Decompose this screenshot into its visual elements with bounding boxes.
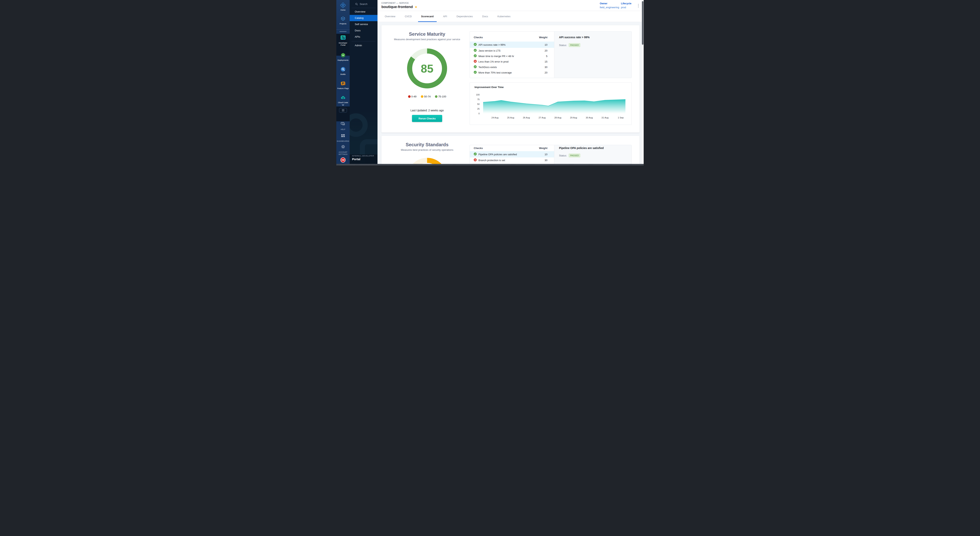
check-weight: 10 bbox=[545, 153, 547, 156]
y-tick-label: 0 bbox=[479, 112, 480, 115]
module-rail: HomeProjectsDeveloper Portal∞Deployments… bbox=[336, 0, 350, 165]
check-row[interactable]: Mean time to merge PR < 48 hr5 bbox=[470, 53, 554, 59]
tab-scorecard[interactable]: Scorecard bbox=[418, 11, 437, 22]
legend-dot bbox=[435, 95, 438, 98]
feature-flags-icon bbox=[336, 81, 350, 87]
sidebar-footer-eyebrow: INTERNAL DEVELOPER bbox=[352, 155, 374, 157]
tab-overview[interactable]: Overview bbox=[382, 11, 398, 22]
sidebar-item-overview[interactable]: Overview bbox=[350, 9, 377, 15]
search-placeholder: Search bbox=[360, 3, 368, 5]
module-config-button[interactable] bbox=[339, 108, 347, 113]
check-name: Pipeline OPA policies are satisfied bbox=[479, 153, 545, 156]
lifecycle-value[interactable]: prod bbox=[621, 6, 632, 9]
kebab-menu-icon[interactable] bbox=[636, 3, 641, 8]
deployments-pipeline-icon: ∞ bbox=[336, 52, 350, 59]
check-detail-title: Pipeline OPA policies are satisfied bbox=[559, 146, 604, 150]
x-tick-label: 25 Aug bbox=[507, 116, 514, 119]
breadcrumb: COMPONENT — SERVICE bbox=[382, 2, 409, 4]
last-updated-text: Last Updated: 2 weeks ago bbox=[382, 109, 473, 112]
y-tick-label: 75 bbox=[477, 98, 480, 100]
sidebar-item-catalog[interactable]: Catalog bbox=[350, 15, 377, 21]
weight-column-header: Weight bbox=[539, 36, 547, 39]
check-weight: 15 bbox=[545, 60, 547, 63]
legend-dot bbox=[421, 95, 423, 98]
check-row[interactable]: Less than 1% error in prod15 bbox=[470, 59, 554, 64]
developer-portal-icon bbox=[336, 35, 350, 41]
svg-text:∞: ∞ bbox=[342, 54, 344, 57]
checks-panel: Checks Weight API success rate > 99%10Ja… bbox=[469, 31, 632, 78]
search-input[interactable]: Search bbox=[350, 2, 377, 7]
tab-kubernetes[interactable]: Kubernetes bbox=[494, 11, 514, 22]
tab-ci-cd[interactable]: CI/CD bbox=[402, 11, 415, 22]
check-weight: 10 bbox=[545, 43, 547, 46]
check-passed-icon bbox=[474, 54, 477, 58]
check-name: Mean time to merge PR < 48 hr bbox=[479, 55, 546, 58]
check-weight: 20 bbox=[545, 49, 547, 52]
scrollbar-thumb[interactable] bbox=[642, 1, 643, 45]
owner-meta: Owner field_engineering bbox=[600, 2, 619, 9]
rail-drag-handle[interactable] bbox=[339, 31, 347, 32]
rail-footer-account-settings[interactable]: ACCOUNT SETTINGS bbox=[336, 145, 350, 156]
scorecard-subtitle: Measures best practices of security oper… bbox=[382, 148, 473, 151]
check-row[interactable]: More than 70% test coverage20 bbox=[470, 70, 554, 75]
check-passed-icon bbox=[474, 43, 477, 47]
check-row[interactable]: TechDocs exists30 bbox=[470, 64, 554, 70]
check-row[interactable]: Pipeline OPA policies are satisfied10 bbox=[470, 151, 554, 157]
check-weight: 30 bbox=[545, 159, 547, 162]
favorite-star-icon[interactable]: ★ bbox=[415, 5, 417, 9]
improvement-chart-panel: Improvement Over Time 025507510024 Aug25… bbox=[469, 82, 632, 125]
rail-module-builds[interactable]: Builds bbox=[336, 67, 350, 75]
check-row[interactable]: Branch protection is set30 bbox=[470, 157, 554, 163]
check-passed-icon bbox=[474, 49, 477, 52]
sidebar-divider bbox=[352, 41, 375, 41]
x-tick-label: 28 Aug bbox=[554, 116, 562, 119]
rail-footer-help[interactable]: ?HELP bbox=[336, 122, 350, 130]
checks-column-header: Checks bbox=[474, 146, 483, 150]
rail-module-feature-flags[interactable]: Feature Flags bbox=[336, 81, 350, 89]
lifecycle-meta: Lifecycle prod bbox=[621, 2, 632, 9]
score-legend: 0-4950-7475-100 bbox=[382, 95, 473, 98]
sidebar-item-self-service[interactable]: Self service bbox=[350, 21, 377, 27]
check-name: API success rate > 99% bbox=[479, 43, 545, 46]
rail-module-cloud-costs[interactable]: $Cloud Costs bbox=[336, 95, 350, 103]
score-value: 85 bbox=[421, 62, 434, 75]
check-detail-panel: Pipeline OPA policies are satisfied Stat… bbox=[554, 145, 632, 165]
scorecard-content: Service Maturity Measures development be… bbox=[377, 22, 644, 165]
sidebar-item-docs[interactable]: Docs bbox=[350, 27, 377, 34]
x-tick-label: 26 Aug bbox=[523, 116, 530, 119]
app-window: HomeProjectsDeveloper Portal∞Deployments… bbox=[336, 0, 644, 165]
check-row[interactable]: Java version is LTS20 bbox=[470, 48, 554, 53]
check-failed-icon bbox=[474, 60, 477, 64]
legend-item: 50-74 bbox=[421, 95, 431, 98]
tab-api[interactable]: API bbox=[440, 11, 450, 22]
rail-module-projects[interactable]: Projects bbox=[336, 16, 350, 25]
search-icon bbox=[355, 3, 358, 5]
chevron-down-icon[interactable] bbox=[336, 103, 350, 107]
svg-text:$: $ bbox=[342, 97, 344, 99]
check-detail-panel: API success rate > 99% Status: PASSED bbox=[554, 32, 632, 78]
sidebar-item-admin[interactable]: Admin bbox=[350, 42, 377, 49]
user-avatar[interactable]: HM bbox=[340, 157, 345, 162]
chart-title: Improvement Over Time bbox=[474, 86, 504, 89]
check-row[interactable]: API success rate > 99%10 bbox=[470, 41, 554, 48]
status-badge: PASSED bbox=[569, 154, 581, 157]
legend-item: 0-49 bbox=[408, 95, 417, 98]
checks-panel: Checks Weight Pipeline OPA policies are … bbox=[469, 145, 632, 165]
main-area: COMPONENT — SERVICE boutique-frontend ★ … bbox=[377, 0, 644, 165]
rail-module-deployments[interactable]: ∞Deployments bbox=[336, 52, 350, 61]
y-tick-label: 50 bbox=[477, 103, 480, 105]
rerun-checks-button[interactable]: Rerun Checks bbox=[412, 115, 442, 122]
tab-docs[interactable]: Docs bbox=[479, 11, 491, 22]
scorecard-security-standards: Security Standards Measures best practic… bbox=[382, 136, 640, 165]
rail-footer-dashboards[interactable]: DASHBOARDS bbox=[336, 134, 350, 142]
rail-module-developer-portal[interactable]: Developer Portal bbox=[336, 35, 350, 46]
tab-dependencies[interactable]: Dependencies bbox=[453, 11, 476, 22]
cloud-costs-icon: $ bbox=[336, 95, 350, 101]
sidebar-item-apis[interactable]: APIs bbox=[350, 34, 377, 40]
check-passed-icon bbox=[474, 65, 477, 69]
check-weight: 30 bbox=[545, 66, 547, 68]
check-passed-icon bbox=[474, 71, 477, 75]
owner-link[interactable]: field_engineering bbox=[600, 6, 619, 9]
rail-module-home[interactable]: Home bbox=[336, 2, 350, 11]
scorecard-title: Security Standards bbox=[382, 142, 473, 148]
